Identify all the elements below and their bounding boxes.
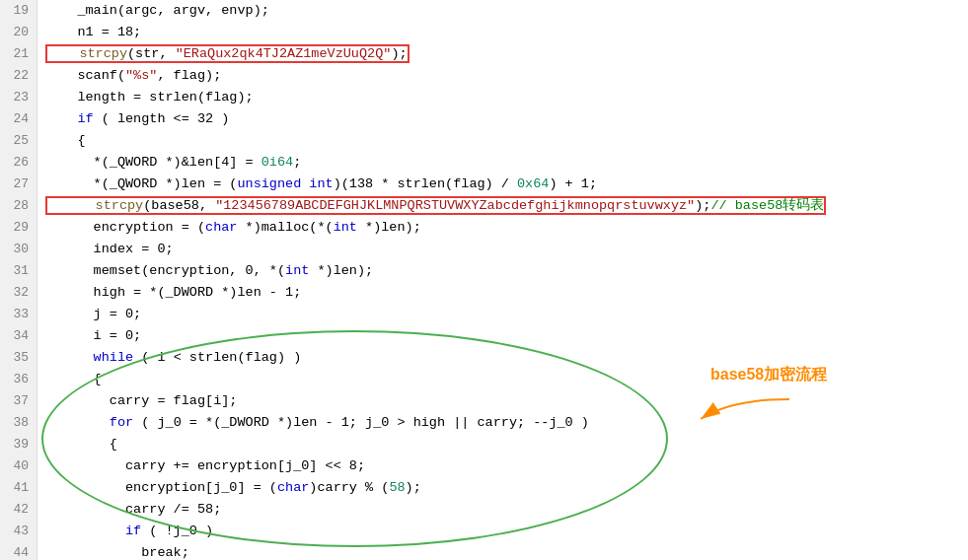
line-number: 40 <box>0 455 37 477</box>
code-line: 32 high = *(_DWORD *)len - 1; <box>0 282 968 304</box>
line-number: 38 <box>0 412 37 434</box>
code-line: 19 _main(argc, argv, envp); <box>0 0 968 22</box>
code-line: 22 scanf("%s", flag); <box>0 65 968 87</box>
code-line: 21 strcpy(str, "ERaQux2qk4TJ2AZ1meVzUuQ2… <box>0 43 968 65</box>
code-line: 33 j = 0; <box>0 304 968 325</box>
line-number: 21 <box>0 43 37 65</box>
line-content: if ( !j_0 ) <box>37 521 213 542</box>
code-line: 39 { <box>0 434 968 455</box>
line-content: j = 0; <box>37 304 141 325</box>
line-content: length = strlen(flag); <box>37 87 254 108</box>
code-line: 25 { <box>0 130 968 152</box>
line-number: 28 <box>0 195 37 217</box>
line-content: { <box>37 434 117 455</box>
line-content: i = 0; <box>37 325 141 347</box>
line-number: 27 <box>0 174 37 195</box>
line-content: *(_QWORD *)len = (unsigned int)(138 * st… <box>37 174 597 195</box>
code-line: 40 carry += encryption[j_0] << 8; <box>0 455 968 477</box>
code-line: 29 encryption = (char *)malloc(*(int *)l… <box>0 217 968 239</box>
line-number: 30 <box>0 239 37 260</box>
line-number: 25 <box>0 130 37 152</box>
code-line: 43 if ( !j_0 ) <box>0 521 968 542</box>
line-number: 24 <box>0 108 37 130</box>
code-line: 38 for ( j_0 = *(_DWORD *)len - 1; j_0 >… <box>0 412 968 434</box>
line-content: carry = flag[i]; <box>37 390 237 412</box>
line-content: n1 = 18; <box>37 22 141 43</box>
code-container: 19 _main(argc, argv, envp);20 n1 = 18;21… <box>0 0 968 560</box>
code-line: 27 *(_QWORD *)len = (unsigned int)(138 *… <box>0 174 968 195</box>
line-number: 35 <box>0 347 37 369</box>
code-line: 28 strcpy(base58, "123456789ABCDEFGHJKLM… <box>0 195 968 217</box>
code-line: 23 length = strlen(flag); <box>0 87 968 108</box>
line-number: 32 <box>0 282 37 304</box>
line-content: memset(encryption, 0, *(int *)len); <box>37 260 373 282</box>
code-line: 37 carry = flag[i]; <box>0 390 968 412</box>
line-content: encryption[j_0] = (char)carry % (58); <box>37 477 421 499</box>
line-content: index = 0; <box>37 239 174 260</box>
line-number: 36 <box>0 369 37 390</box>
line-content: carry += encryption[j_0] << 8; <box>37 455 365 477</box>
line-content: high = *(_DWORD *)len - 1; <box>37 282 301 304</box>
line-number: 42 <box>0 499 37 521</box>
code-line: 31 memset(encryption, 0, *(int *)len); <box>0 260 968 282</box>
code-line: 34 i = 0; <box>0 325 968 347</box>
line-number: 20 <box>0 22 37 43</box>
line-number: 39 <box>0 434 37 455</box>
line-number: 43 <box>0 521 37 542</box>
code-line: 26 *(_QWORD *)&len[4] = 0i64; <box>0 152 968 174</box>
line-content: _main(argc, argv, envp); <box>37 0 269 22</box>
line-number: 44 <box>0 542 37 560</box>
line-number: 29 <box>0 217 37 239</box>
line-content: if ( length <= 32 ) <box>37 108 229 130</box>
line-number: 34 <box>0 325 37 347</box>
line-content: while ( i < strlen(flag) ) <box>37 347 301 369</box>
line-content: { <box>37 130 86 152</box>
line-content: carry /= 58; <box>37 499 221 521</box>
code-line: 44 break; <box>0 542 968 560</box>
code-line: 20 n1 = 18; <box>0 22 968 43</box>
line-number: 23 <box>0 87 37 108</box>
line-content: { <box>37 369 102 390</box>
line-number: 31 <box>0 260 37 282</box>
line-number: 33 <box>0 304 37 325</box>
code-line: 42 carry /= 58; <box>0 499 968 521</box>
code-line: 30 index = 0; <box>0 239 968 260</box>
code-line: 24 if ( length <= 32 ) <box>0 108 968 130</box>
line-number: 26 <box>0 152 37 174</box>
line-number: 19 <box>0 0 37 22</box>
code-line: 36 { <box>0 369 968 390</box>
line-number: 37 <box>0 390 37 412</box>
line-content: strcpy(str, "ERaQux2qk4TJ2AZ1meVzUuQ2Q")… <box>37 43 410 65</box>
line-content: for ( j_0 = *(_DWORD *)len - 1; j_0 > hi… <box>37 412 589 434</box>
code-line: 35 while ( i < strlen(flag) ) <box>0 347 968 369</box>
line-content: break; <box>37 542 189 560</box>
line-content: strcpy(base58, "123456789ABCDEFGHJKLMNPQ… <box>37 195 826 217</box>
line-number: 22 <box>0 65 37 87</box>
line-number: 41 <box>0 477 37 499</box>
code-line: 41 encryption[j_0] = (char)carry % (58); <box>0 477 968 499</box>
line-content: encryption = (char *)malloc(*(int *)len)… <box>37 217 421 239</box>
line-content: scanf("%s", flag); <box>37 65 221 87</box>
line-content: *(_QWORD *)&len[4] = 0i64; <box>37 152 301 174</box>
